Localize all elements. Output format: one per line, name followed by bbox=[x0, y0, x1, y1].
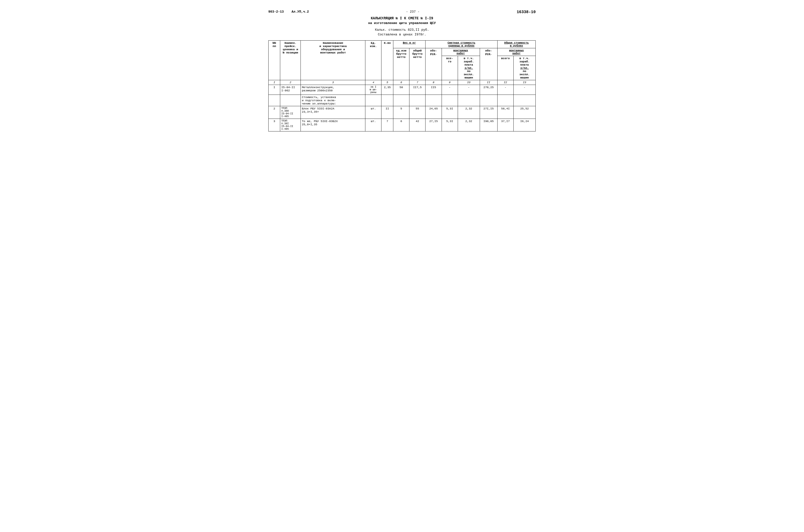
col-num-4: 4 bbox=[365, 80, 381, 85]
row-total-zp: - bbox=[513, 85, 535, 95]
page-number: - 237 - bbox=[309, 10, 517, 14]
row-price-ref: ТПЭПп.380I5-04-III-485 bbox=[280, 106, 301, 119]
header-smet-group: Сметная стоимостьединицы в рублях bbox=[425, 41, 497, 48]
row-total-zp: I6,24 bbox=[513, 119, 535, 131]
col-num-8: 8 bbox=[425, 80, 442, 85]
row-qty-empty bbox=[381, 95, 393, 106]
header-total-zp: в т.ч.зараб.платаз/пл.поэкспл.машин bbox=[513, 56, 535, 80]
row-qty: 7 bbox=[381, 119, 393, 131]
col-num-10: IO bbox=[458, 80, 480, 85]
title-block: КАЛЬКУЛЯЦИЯ № I К СМЕТЕ № I-I9 на изгото… bbox=[268, 16, 536, 25]
col-num-7: 7 bbox=[409, 80, 425, 85]
main-title: КАЛЬКУЛЯЦИЯ № I К СМЕТЕ № I-I9 bbox=[268, 16, 536, 20]
col-num-9: 9 bbox=[442, 80, 458, 85]
sub-title: на изготовление щита управления ЩСУ bbox=[268, 21, 536, 25]
header-cost-obo: обо-руд. bbox=[425, 48, 442, 80]
row-total-obo-empty bbox=[480, 95, 497, 106]
col-num-12: I2 bbox=[497, 80, 513, 85]
row-price-ref: I5-04-III-062 bbox=[280, 85, 301, 95]
row-description: Металлоконструкция,размером 2500х2350 bbox=[301, 85, 365, 95]
row-total-all: 37,I7 bbox=[497, 119, 513, 131]
row-unit: шт. bbox=[365, 119, 381, 131]
table-row: I I5-04-III-062 Металлоконструкция,разме… bbox=[269, 85, 536, 95]
row-cost-all-empty bbox=[442, 95, 458, 106]
col-num-2: 2 bbox=[280, 80, 301, 85]
table-row: 3 ТПЭПп.38II5-04-III-485 То же, РБУ 5IOI… bbox=[269, 119, 536, 131]
header-weight-group: Вес в кг bbox=[393, 41, 425, 48]
col-num-3: 3 bbox=[301, 80, 365, 85]
row-qty: 2,35 bbox=[381, 85, 393, 95]
row-total-obo: 270,25 bbox=[480, 85, 497, 95]
row-cost-all: - bbox=[442, 85, 458, 95]
header-total-group: Общая стоимостьв рублях bbox=[497, 41, 535, 48]
col-num-5: 5 bbox=[381, 80, 393, 85]
row-cost-obo-empty bbox=[425, 95, 442, 106]
header-cost-zp: в т.ч.зараб.платаз/пл.поэкспл.машин bbox=[458, 56, 480, 80]
col-num-1: I bbox=[269, 80, 280, 85]
row-total-zp-empty bbox=[513, 95, 535, 106]
row-wt-total: II7,5 bbox=[409, 85, 425, 95]
row-total-all-empty bbox=[497, 95, 513, 106]
row-total-obo: 27I,I5 bbox=[480, 106, 497, 119]
row-wt-unit: 50 bbox=[393, 85, 409, 95]
page-num-text: - 237 - bbox=[406, 10, 420, 14]
row-cost-zp: 2,32 bbox=[458, 119, 480, 131]
row-cost-obo: 24,65 bbox=[425, 106, 442, 119]
row-cost-obo: II5 bbox=[425, 85, 442, 95]
doc-id: 16338-10 bbox=[517, 10, 536, 14]
row-cost-all: 5,3I bbox=[442, 106, 458, 119]
calc-price: Составлена в ценах I978г. bbox=[268, 33, 536, 36]
row-num: 2 bbox=[269, 106, 280, 119]
row-description: То же, РБУ 5IOI-03Б2Х25,8+I,35 bbox=[301, 119, 365, 131]
row-num-empty bbox=[269, 95, 280, 106]
row-unit: шт. bbox=[365, 106, 381, 119]
col-num-11: II bbox=[480, 80, 497, 85]
row-cost-zp-empty bbox=[458, 95, 480, 106]
row-wt-unit: 5 bbox=[393, 106, 409, 119]
doc-number-text: 903-2-13 bbox=[268, 10, 284, 14]
header-unit: Ед.изм. bbox=[365, 41, 381, 80]
row-wt-unit-empty bbox=[393, 95, 409, 106]
header-total-obo: обо-руд. bbox=[480, 48, 497, 80]
header-cost-all: все-го bbox=[442, 56, 458, 80]
row-cost-zp: 2,32 bbox=[458, 106, 480, 119]
row-price-ref: ТПЭПп.38II5-04-III-485 bbox=[280, 119, 301, 131]
row-price-ref-empty bbox=[280, 95, 301, 106]
header-wt-total: общийбруттонетто bbox=[409, 48, 425, 80]
header-wt-unit: ед.измбруттонетто bbox=[393, 48, 409, 80]
header-nn: №№пп bbox=[269, 41, 280, 80]
header-qty: К-во bbox=[381, 41, 393, 80]
header-total-all: всего bbox=[497, 56, 513, 80]
row-unit-empty bbox=[365, 95, 381, 106]
row-num: I bbox=[269, 85, 280, 95]
row-num: 3 bbox=[269, 119, 280, 131]
calc-cost: Кальк. стоимость 823,II руб. bbox=[268, 28, 536, 32]
row-description-note: Стоимость, установкаи подготовка к вклю-… bbox=[301, 95, 365, 106]
header-description: Наименованиеи характеристикаоборудования… bbox=[301, 41, 365, 80]
row-wt-total-empty bbox=[409, 95, 425, 106]
row-cost-obo: 27,I5 bbox=[425, 119, 442, 131]
row-total-all: - bbox=[497, 85, 513, 95]
row-cost-zp: - bbox=[458, 85, 480, 95]
row-unit: за Iм ши-рины bbox=[365, 85, 381, 95]
row-total-zp: 25,52 bbox=[513, 106, 535, 119]
row-wt-unit: 6 bbox=[393, 119, 409, 131]
row-description: Блок РБУ 5IOI-03А2А23,3+I,35= bbox=[301, 106, 365, 119]
main-table: №№пп Наимен.прейск.ценника и№ позиции На… bbox=[268, 40, 536, 131]
row-total-obo: I90,05 bbox=[480, 119, 497, 131]
doc-ref-text: Ал.УП,ч.2 bbox=[292, 10, 309, 14]
header-price-ref: Наимен.прейск.ценника и№ позиции bbox=[280, 41, 301, 80]
table-row-note: Стоимость, установкаи подготовка к вклю-… bbox=[269, 95, 536, 106]
doc-number: 903-2-13 Ал.УП,ч.2 bbox=[268, 10, 309, 14]
row-wt-total: 55 bbox=[409, 106, 425, 119]
header-montage-total-group: монтажныхработ bbox=[497, 48, 535, 56]
row-qty: II bbox=[381, 106, 393, 119]
table-row: 2 ТПЭПп.380I5-04-III-485 Блок РБУ 5IOI-0… bbox=[269, 106, 536, 119]
col-num-13: I3 bbox=[513, 80, 535, 85]
row-wt-total: 42 bbox=[409, 119, 425, 131]
row-cost-all: 5,3I bbox=[442, 119, 458, 131]
row-total-all: 58,4I bbox=[497, 106, 513, 119]
col-num-6: 6 bbox=[393, 80, 409, 85]
doc-id-text: 16338-10 bbox=[517, 10, 536, 14]
header-montage-group: монтажныхработ bbox=[442, 48, 480, 56]
